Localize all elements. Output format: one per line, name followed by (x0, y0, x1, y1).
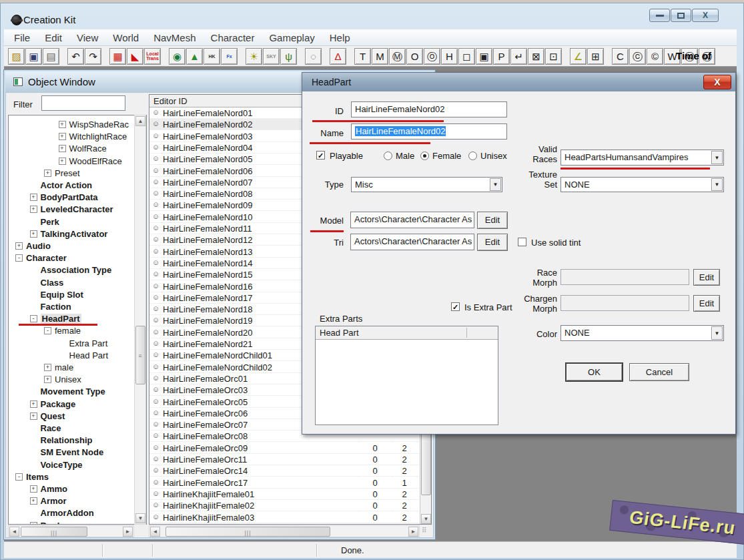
list-row-HairlineKhajiitFemale04[interactable]: ☺HairlineKhajiitFemale0402 (149, 523, 432, 525)
tree-item-label[interactable]: Character (26, 253, 67, 263)
tree-item-sm-event-node[interactable]: SM Event Node (9, 447, 147, 459)
is-extra-part-checkbox[interactable]: ✓ (451, 302, 460, 311)
tree-item-voicetype[interactable]: VoiceType (9, 459, 147, 471)
tree-item-extra-part[interactable]: Extra Part (9, 338, 147, 350)
cancel-button[interactable]: Cancel (629, 363, 689, 381)
list-row-HairLineFemaleOrc09[interactable]: ☺HairLineFemaleOrc0902 (149, 443, 432, 454)
male-radio[interactable] (384, 152, 392, 160)
collapse-icon[interactable]: - (15, 473, 23, 481)
tree-item-perk[interactable]: Perk (9, 216, 147, 228)
box-return-icon[interactable]: ↵ (510, 48, 527, 65)
editor-id-cell[interactable]: HairLineFemaleOrc09 (163, 443, 248, 453)
editor-id-cell[interactable]: HairLineFemaleNord07 (163, 178, 252, 188)
female-radio[interactable] (420, 152, 429, 160)
editor-id-cell[interactable]: HairLineFemaleNord01 (163, 108, 252, 118)
tree-item-audio[interactable]: +Audio (9, 240, 147, 252)
close-button[interactable]: X (692, 9, 719, 22)
menu-character[interactable]: Character (204, 30, 262, 45)
dialog-close-button[interactable]: X (703, 75, 731, 89)
editor-id-cell[interactable]: HairLineFemaleNord11 (163, 224, 252, 234)
editor-id-cell[interactable]: HairLineFemaleOrc05 (163, 397, 248, 407)
name-field[interactable]: HairLineFemaleNord02 (351, 123, 507, 139)
collapse-icon[interactable]: - (44, 327, 51, 334)
editor-id-cell[interactable]: HairLineFemaleNord15 (163, 270, 252, 280)
model-edit-button[interactable]: Edit (477, 212, 508, 229)
tree-item-label[interactable]: Equip Slot (41, 290, 83, 300)
list-horizontal-scrollbar[interactable]: ◄ ||| ► (149, 525, 420, 537)
tree-item-relationship[interactable]: Relationship (9, 435, 147, 447)
expand-icon[interactable]: + (30, 206, 37, 213)
ok-button[interactable]: OK (565, 362, 623, 382)
id-field[interactable]: HairLineFemaleNord02 (351, 101, 507, 117)
light-icon[interactable]: ☀ (246, 48, 262, 65)
tree-scroll-down-icon[interactable]: ▼ (135, 513, 145, 523)
tree-item-label[interactable]: WolfRace (69, 144, 107, 154)
menu-navmesh[interactable]: NavMesh (146, 30, 203, 45)
water-fx-icon[interactable]: Fx (221, 48, 238, 65)
texture-set-dropdown[interactable]: NONE ▼ (561, 177, 724, 192)
tree-item-label[interactable]: Unisex (55, 374, 81, 384)
editor-id-cell[interactable]: HairLineFemaleNord16 (163, 282, 252, 292)
tree-item-character[interactable]: -Character (9, 252, 147, 264)
tree-item-armoraddon[interactable]: ArmorAddon (9, 507, 147, 519)
landscape-icon[interactable]: ▲ (186, 48, 203, 65)
tree-item-female[interactable]: -female (9, 325, 147, 337)
world-icon[interactable]: ◉ (169, 48, 185, 65)
list-scroll-right-icon[interactable]: ► (408, 527, 418, 537)
heightmap-icon[interactable]: Δ (330, 48, 346, 65)
tree-item-label[interactable]: Armor (41, 496, 67, 506)
tree-item-woodelfrace[interactable]: +WoodElfRace (9, 156, 147, 168)
tree-scrollbar-thumb[interactable]: ≡ (135, 326, 145, 384)
tree-item-association-type[interactable]: Association Type (9, 264, 147, 276)
tree-item-label[interactable]: Faction (41, 302, 71, 312)
tree-item-label[interactable]: WitchlightRace (69, 131, 127, 142)
extra-parts-list[interactable]: Head Part (315, 326, 498, 425)
menu-world[interactable]: World (105, 30, 146, 45)
tree-item-label[interactable]: VoiceType (41, 460, 83, 470)
race-morph-edit-button[interactable]: Edit (693, 269, 720, 286)
tree-item-label[interactable]: Items (26, 472, 49, 482)
tree-item-label[interactable]: SM Event Node (41, 447, 104, 457)
tree-scroll-left-icon[interactable]: ◄ (9, 527, 19, 537)
editor-id-cell[interactable]: HairLineFemaleNord17 (163, 293, 252, 303)
menu-help[interactable]: Help (322, 30, 358, 45)
tree-item-label[interactable]: female (55, 326, 81, 336)
box-o-icon[interactable]: ⓞ (424, 48, 440, 65)
chargen-morph-edit-button[interactable]: Edit (693, 295, 720, 312)
square-o-icon[interactable]: ▣ (476, 48, 492, 65)
editor-id-cell[interactable]: HairLineFemaleNord05 (163, 154, 252, 164)
tree-item-talkingactivator[interactable]: +TalkingActivator (9, 228, 147, 240)
unisex-radio[interactable] (468, 152, 477, 160)
box-x-icon[interactable]: ⊠ (528, 48, 544, 65)
tree-item-label[interactable]: Book (41, 521, 63, 525)
tree-item-male[interactable]: +male (9, 362, 147, 374)
editor-id-column-header[interactable]: Editor ID (153, 96, 188, 106)
box-m-icon[interactable]: M (372, 48, 388, 65)
main-titlebar[interactable]: Creation Kit (3, 7, 742, 29)
circle-m-icon[interactable]: Ⓜ (389, 48, 406, 65)
menu-file[interactable]: File (7, 30, 37, 45)
tree-item-label[interactable]: Race (41, 423, 61, 433)
tree-hscrollbar-thumb[interactable]: ||| (21, 527, 87, 537)
letter-h-icon[interactable]: H (441, 48, 458, 65)
tree-item-head-part[interactable]: Head Part (9, 350, 147, 362)
tree-item-class[interactable]: Class (9, 277, 147, 289)
tree-item-label[interactable]: male (55, 362, 73, 372)
header-divider[interactable] (466, 328, 467, 338)
tree-item-equip-slot[interactable]: Equip Slot (9, 289, 147, 301)
editor-id-cell[interactable]: HairLineFemaleOrc08 (163, 431, 248, 441)
expand-icon[interactable]: + (30, 230, 37, 238)
tree-item-label[interactable]: Movement Type (41, 386, 105, 396)
editor-id-cell[interactable]: HairLineFemaleOrc06 (163, 408, 248, 418)
list-row-HairLineFemaleOrc14[interactable]: ☺HairLineFemaleOrc1402 (149, 465, 432, 477)
tree-item-race[interactable]: Race (9, 423, 147, 435)
menu-edit[interactable]: Edit (37, 30, 69, 45)
chevron-down-icon[interactable]: ▼ (711, 326, 723, 340)
expand-icon[interactable]: + (44, 364, 51, 371)
sky-icon[interactable]: SKY (263, 48, 280, 65)
editor-id-cell[interactable]: HairLineFemaleOrc14 (163, 466, 248, 476)
editor-id-cell[interactable]: HairlineKhajiitFemale02 (163, 501, 254, 511)
tree-item-label[interactable]: Audio (26, 241, 51, 251)
editor-id-cell[interactable]: HairLineFemaleNord10 (163, 212, 252, 222)
editor-id-cell[interactable]: HairLineFemaleNordChild01 (163, 350, 272, 360)
